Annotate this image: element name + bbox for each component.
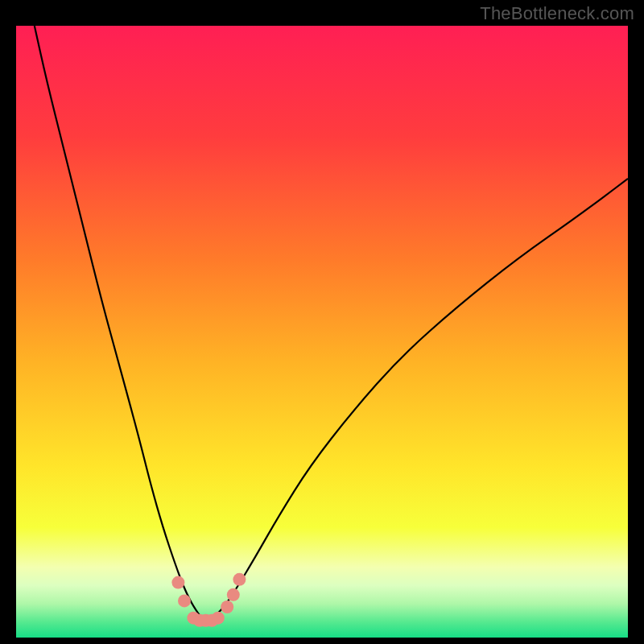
marker-dot bbox=[227, 588, 240, 601]
marker-dot bbox=[221, 601, 233, 613]
watermark-text: TheBottleneck.com bbox=[480, 3, 634, 24]
bottleneck-plot bbox=[16, 26, 628, 638]
marker-dot bbox=[212, 612, 225, 625]
marker-dot bbox=[178, 594, 191, 607]
marker-dot bbox=[171, 576, 184, 589]
gradient-background bbox=[16, 26, 628, 638]
marker-dot bbox=[233, 573, 246, 586]
chart-frame bbox=[16, 26, 628, 638]
